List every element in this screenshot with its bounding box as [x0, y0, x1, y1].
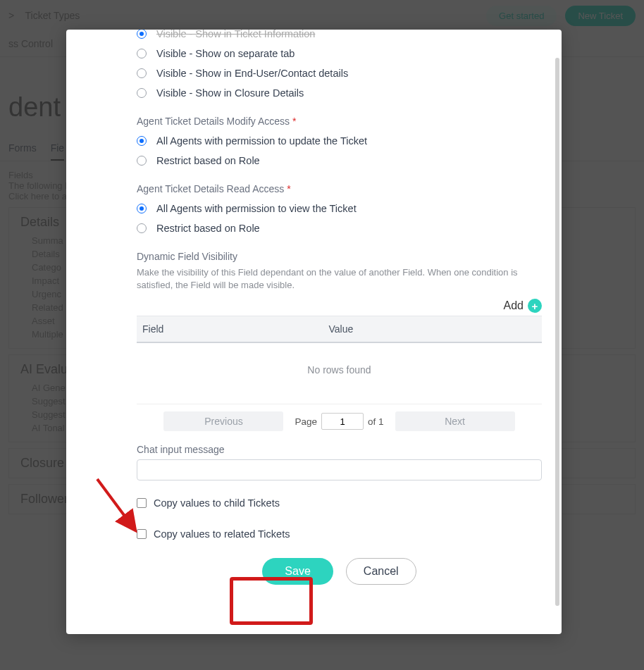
copy-child-checkbox-row[interactable]: Copy values to child Tickets — [137, 497, 542, 509]
checkbox-icon — [137, 529, 147, 539]
radio-label: Visible - Show in Closure Details — [156, 87, 304, 99]
table-empty: No rows found — [137, 343, 542, 397]
radio-icon — [137, 204, 147, 213]
page-label: Page — [295, 416, 317, 427]
previous-button[interactable]: Previous — [163, 411, 283, 431]
radio-icon — [137, 156, 147, 166]
visibility-option-info[interactable]: Visible - Show in Ticket Information — [137, 30, 542, 44]
read-option-all[interactable]: All Agents with permission to view the T… — [137, 199, 542, 218]
next-button[interactable]: Next — [395, 411, 515, 431]
radio-label: Visible - Show in End-User/Contact detai… — [156, 68, 348, 79]
plus-icon: + — [528, 299, 542, 313]
scrollbar[interactable] — [555, 58, 559, 606]
dynamic-visibility-help: Make the visibility of this Field depend… — [137, 266, 542, 292]
radio-icon — [137, 68, 147, 78]
visibility-option-tab[interactable]: Visible - Show on separate tab — [137, 44, 542, 63]
radio-label: All Agents with permission to update the… — [156, 135, 367, 147]
radio-icon — [137, 49, 147, 58]
radio-label: Restrict based on Role — [156, 223, 260, 234]
radio-label: Visible - Show in Ticket Information — [156, 30, 315, 39]
radio-label: Visible - Show on separate tab — [156, 48, 295, 59]
checkbox-icon — [137, 498, 147, 508]
chat-input-label: Chat input message — [137, 444, 542, 455]
modify-access-label: Agent Ticket Details Modify Access * — [137, 116, 542, 127]
modify-access-group: All Agents with permission to update the… — [137, 131, 542, 170]
copy-related-checkbox-row[interactable]: Copy values to related Tickets — [137, 528, 542, 540]
page-input[interactable] — [321, 413, 364, 430]
chat-input-field[interactable] — [137, 459, 542, 480]
checkbox-label: Copy values to child Tickets — [154, 497, 280, 509]
radio-label: Restrict based on Role — [156, 155, 260, 166]
cancel-button[interactable]: Cancel — [346, 558, 416, 585]
visibility-option-closure[interactable]: Visible - Show in Closure Details — [137, 83, 542, 103]
read-access-label: Agent Ticket Details Read Access * — [137, 183, 542, 194]
checkbox-label: Copy values to related Tickets — [154, 528, 290, 540]
th-field: Field — [137, 316, 323, 342]
field-settings-modal: Visible - Show in Ticket Information Vis… — [66, 30, 562, 634]
read-option-role[interactable]: Restrict based on Role — [137, 218, 542, 238]
save-button[interactable]: Save — [262, 558, 333, 585]
modal-footer: Save Cancel — [137, 542, 542, 590]
pager: Previous Page of 1 Next — [137, 404, 542, 431]
conditions-table: Field Value No rows found — [137, 316, 542, 397]
modify-option-role[interactable]: Restrict based on Role — [137, 151, 542, 170]
add-label: Add — [504, 299, 524, 312]
radio-icon — [137, 88, 147, 98]
th-value: Value — [323, 316, 543, 342]
radio-icon — [137, 30, 147, 39]
radio-label: All Agents with permission to view the T… — [156, 203, 357, 214]
radio-icon — [137, 136, 147, 146]
visibility-option-contact[interactable]: Visible - Show in End-User/Contact detai… — [137, 63, 542, 83]
radio-icon — [137, 223, 147, 233]
modify-option-all[interactable]: All Agents with permission to update the… — [137, 131, 542, 151]
read-access-group: All Agents with permission to view the T… — [137, 199, 542, 238]
dynamic-visibility-label: Dynamic Field Visibility — [137, 251, 542, 262]
add-condition-button[interactable]: Add + — [137, 299, 542, 313]
visibility-group: Visible - Show in Ticket Information Vis… — [137, 30, 542, 103]
page-of: of 1 — [368, 416, 384, 427]
